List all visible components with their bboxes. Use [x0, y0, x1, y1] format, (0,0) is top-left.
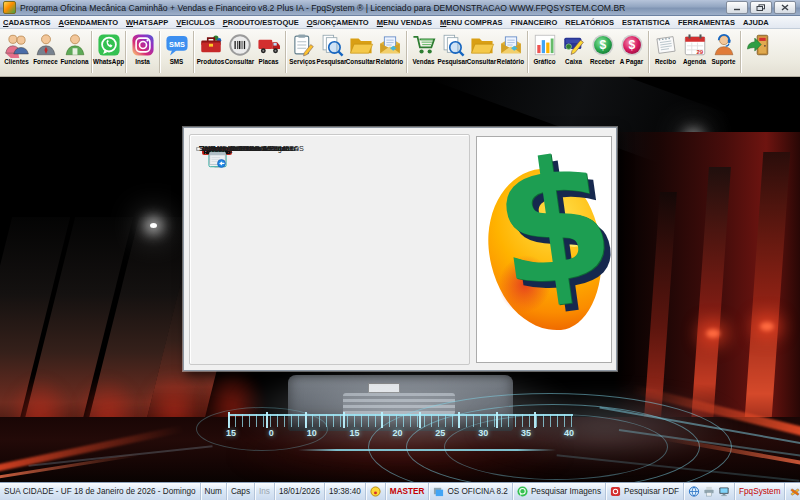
window-title: Programa Oficina Mecânica Caminhão + Ven… — [20, 3, 726, 13]
toolbar-funcionario[interactable]: Funciona — [60, 30, 89, 65]
bar-chart-icon — [531, 31, 558, 58]
ceiling-lamp — [150, 223, 157, 228]
menu-relatorios[interactable]: RELATÓRIOS — [565, 18, 614, 27]
dollar-sign: $ — [485, 136, 612, 313]
menu-produto-estoque[interactable]: PRODUTO/ESTOQUE — [223, 18, 299, 27]
toolbar-placas[interactable]: Placas — [254, 30, 283, 65]
green-coin-icon: $ — [589, 31, 616, 58]
status-search-pdf[interactable]: Pesquisar PDF — [606, 483, 684, 500]
minimize-button[interactable] — [726, 1, 748, 14]
toolbar-grafico[interactable]: Gráfico — [530, 30, 559, 65]
status-time: 19:38:40 — [325, 483, 366, 500]
toolbar-separator — [159, 31, 160, 73]
folder-icon — [347, 31, 374, 58]
toolbar-fornecedor[interactable]: Fornece — [31, 30, 60, 65]
menu-whatsapp[interactable]: WHATSAPP — [126, 18, 168, 27]
app-icon — [3, 1, 16, 14]
printer-icon — [703, 486, 715, 497]
status-brand: FpqSystem — [735, 483, 785, 500]
whatsapp-mini-icon — [517, 486, 528, 497]
svg-text:29: 29 — [696, 47, 703, 54]
status-user: MASTER — [386, 483, 430, 500]
status-alert-icon[interactable] — [366, 483, 386, 500]
report-envelope-icon — [376, 31, 403, 58]
status-tools-icon[interactable] — [785, 483, 800, 500]
globe-icon — [688, 486, 700, 497]
application-window: { "window": { "title": "Programa Oficina… — [0, 0, 800, 500]
sair-menu-button[interactable]: SAIR do Quadro de Menus — [196, 147, 202, 151]
close-button[interactable] — [774, 1, 796, 14]
toolbar-recibo[interactable]: Recibo — [651, 30, 680, 65]
menu-os-orcamento[interactable]: OS/ORÇAMENTO — [307, 18, 369, 27]
toolbar-pesquisar-servicos[interactable]: Pesquisar — [317, 30, 346, 65]
search-docs-icon — [318, 31, 345, 58]
toolbar-consultar-vendas[interactable]: Consultar — [467, 30, 496, 65]
menu-veiculos[interactable]: VEICULOS — [176, 18, 214, 27]
toolbar-consultar-barcode[interactable]: Consultar — [225, 30, 254, 65]
red-light — [706, 329, 720, 338]
toolbar-agenda[interactable]: 29Agenda — [680, 30, 709, 65]
toolbar-receber[interactable]: $Receber — [588, 30, 617, 65]
wrench-icon — [789, 486, 800, 498]
toolbar-sair[interactable] — [743, 30, 772, 58]
toolbar-caixa[interactable]: Caixa — [559, 30, 588, 65]
toolbar-separator — [648, 31, 649, 73]
svg-text:$: $ — [628, 38, 635, 52]
toolbar-separator — [406, 31, 407, 73]
toolbar-separator — [285, 31, 286, 73]
toolbar-relatorio-servicos[interactable]: Relatório — [375, 30, 404, 65]
menu-bar: CADASTROS AGENDAMENTO WHATSAPP VEICULOS … — [0, 16, 800, 29]
menu-group: Caixa Movimento de Caixa $ Receber Contr… — [189, 134, 470, 365]
toolbar-relatorio-vendas[interactable]: Relatório — [496, 30, 525, 65]
status-num-lock: Num — [201, 483, 227, 500]
toolbar-vendas[interactable]: Vendas — [409, 30, 438, 65]
instagram-icon — [129, 31, 156, 58]
window-controls — [726, 1, 796, 14]
restore-button[interactable] — [750, 1, 772, 14]
toolbar-suporte[interactable]: Suporte — [709, 30, 738, 65]
toolbar-clientes[interactable]: Clientes — [2, 30, 31, 65]
support-headset-icon — [710, 31, 737, 58]
status-caps-lock: Caps — [227, 483, 255, 500]
monitor-icon — [718, 486, 730, 497]
title-bar: Programa Oficina Mecânica Caminhão + Ven… — [0, 0, 800, 16]
toolbar-consultar-servicos[interactable]: Consultar — [346, 30, 375, 65]
toolbar-separator — [125, 31, 126, 73]
toolbar-whatsapp[interactable]: WhatsApp — [94, 30, 123, 65]
toolbar-instagram[interactable]: Insta — [128, 30, 157, 65]
toolbar-separator — [740, 31, 741, 73]
sms-icon: SMS — [163, 31, 190, 58]
menu-ajuda[interactable]: AJUDA — [743, 18, 769, 27]
toolbar-servicos[interactable]: Serviços — [288, 30, 317, 65]
status-search-images[interactable]: Pesquisar Imagens — [513, 483, 606, 500]
menu-financeiro[interactable]: FINANCEIRO — [511, 18, 558, 27]
app-mini-icon — [433, 486, 444, 497]
whatsapp-icon — [95, 31, 122, 58]
toolbar-sms[interactable]: SMSSMS — [162, 30, 191, 65]
finance-menu-dialog: Caixa Movimento de Caixa $ Receber Contr… — [183, 127, 617, 371]
toolbox-icon — [197, 31, 224, 58]
menu-menu-vendas[interactable]: MENU VENDAS — [377, 18, 432, 27]
toolbar-separator — [527, 31, 528, 73]
toolbar-produtos[interactable]: Produtos — [196, 30, 225, 65]
menu-estatistica[interactable]: ESTATISTICA — [622, 18, 670, 27]
status-location: SUA CIDADE - UF 18 de Janeiro de 2026 - … — [0, 483, 201, 500]
toolbar-separator — [91, 31, 92, 73]
folder-icon — [468, 31, 495, 58]
status-tool-icons[interactable] — [684, 483, 735, 500]
status-bar: SUA CIDADE - UF 18 de Janeiro de 2026 - … — [0, 482, 800, 500]
menu-menu-compras[interactable]: MENU COMPRAS — [440, 18, 503, 27]
toolbar-pesquisar-vendas[interactable]: Pesquisar — [438, 30, 467, 65]
status-insert: Ins — [255, 483, 275, 500]
toolbar-separator — [193, 31, 194, 73]
search-docs-icon — [439, 31, 466, 58]
exit-door-icon — [744, 31, 771, 58]
toolbar-a-pagar[interactable]: $A Pagar — [617, 30, 646, 65]
menu-ferramentas[interactable]: FERRAMENTAS — [678, 18, 735, 27]
hud-ruler — [228, 414, 573, 427]
status-date: 18/01/2026 — [275, 483, 325, 500]
svg-text:$: $ — [599, 38, 606, 52]
receipt-icon — [652, 31, 679, 58]
menu-cadastros[interactable]: CADASTROS — [3, 18, 51, 27]
menu-agendamento[interactable]: AGENDAMENTO — [59, 18, 118, 27]
